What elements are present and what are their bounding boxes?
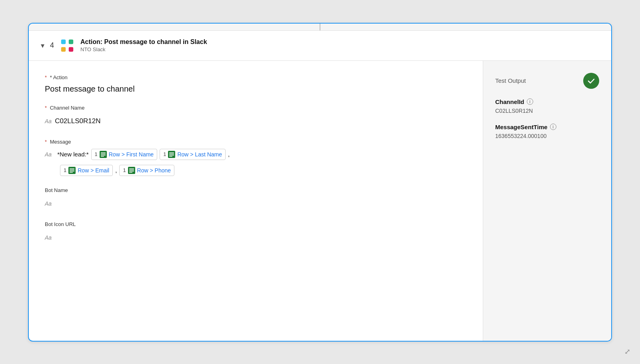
channel-id-value: C02LLS0R12N [495,108,599,114]
sheets-icon-last-name [168,151,175,158]
required-star-action: * [45,74,47,80]
main-card: ▾ 4 Action: Post message to channel in S… [28,23,612,342]
comma-1: , [228,151,230,158]
message-sent-time-name: MessageSentTime i [495,124,599,130]
message-value-row: Aa *New lead:* 1 Row > First Name [45,149,467,160]
channel-aa-prefix: Aa [45,118,52,124]
bot-name-label: Bot Name [45,187,467,193]
channel-name-value: C02LLS0R12N [55,117,100,125]
svg-rect-22 [129,171,134,172]
token-phone-num: 1 [123,167,126,173]
message-aa-prefix: Aa [45,151,52,158]
sheets-icon-phone [128,167,135,174]
step-subtitle: NTO Slack [80,46,207,52]
token-last-name-label: Row > Last Name [177,151,222,158]
step-number: 4 [50,41,54,50]
svg-rect-0 [61,39,66,44]
step-title: Action: Post message to channel in Slack [80,38,207,46]
svg-rect-10 [169,152,174,153]
message-sent-time-info-icon[interactable]: i [550,124,556,130]
right-panel: Test Output ChannelId i C02LLS0R12N Mess… [483,61,611,341]
channel-id-name: ChannelId i [495,98,599,105]
svg-rect-12 [169,155,174,156]
svg-rect-20 [129,168,134,169]
channel-name-label: * Channel Name [45,105,467,111]
svg-rect-18 [70,172,73,173]
action-value: Post message to channel [45,84,467,94]
token-first-name-num: 1 [95,151,98,157]
step-header: ▾ 4 Action: Post message to channel in S… [29,31,611,61]
action-label: * * Action [45,74,467,80]
svg-rect-19 [128,167,135,174]
required-star-channel: * [45,105,47,111]
token-phone[interactable]: 1 Row > Phone [119,165,174,176]
svg-rect-6 [101,154,106,154]
svg-rect-23 [129,172,132,173]
svg-rect-13 [169,156,172,157]
bot-name-row: Aa [45,197,467,210]
bot-icon-aa: Aa [45,234,52,241]
message-text-prefix: *New lead:* [57,151,88,158]
token-email-num: 1 [64,167,66,173]
collapse-chevron[interactable]: ▾ [41,41,44,50]
svg-rect-5 [101,152,106,153]
test-output-title: Test Output [495,77,526,84]
message-sent-time-value: 1636553224.000100 [495,133,599,139]
channel-name-row: Aa C02LLS0R12N [45,115,467,128]
svg-rect-4 [100,151,107,158]
svg-rect-1 [69,39,73,44]
svg-rect-17 [70,171,74,172]
channel-id-info-icon[interactable]: i [527,98,533,105]
connector-line [29,24,611,31]
comma-2: , [115,167,117,174]
bot-name-aa: Aa [45,200,52,207]
svg-rect-3 [69,47,73,51]
svg-rect-9 [168,151,175,158]
sheets-icon-email [68,167,76,174]
svg-rect-2 [61,47,66,51]
required-star-message: * [45,139,47,145]
left-panel: * * Action Post message to channel * Cha… [29,61,483,341]
token-phone-label: Row > Phone [137,167,171,174]
sheets-icon-first-name [100,151,107,158]
token-email-label: Row > Email [78,167,109,174]
bot-icon-label: Bot Icon URL [45,221,467,227]
token-last-name[interactable]: 1 Row > Last Name [160,149,226,160]
slack-logo-icon [60,38,75,53]
svg-rect-7 [101,155,106,156]
success-check-circle [583,73,599,89]
token-email[interactable]: 1 Row > Email [60,165,113,176]
token-last-name-num: 1 [163,151,166,157]
svg-rect-8 [101,156,104,157]
step-body: * * Action Post message to channel * Cha… [29,61,611,341]
svg-rect-15 [70,168,74,169]
bot-icon-row: Aa [45,231,467,244]
message-label: * Message [45,139,467,145]
svg-rect-16 [70,170,74,170]
token-first-name-label: Row > First Name [109,151,154,158]
svg-rect-21 [129,170,134,170]
token-first-name[interactable]: 1 Row > First Name [91,149,158,160]
svg-rect-14 [68,167,76,174]
step-title-block: Action: Post message to channel in Slack… [80,38,207,52]
message-value-row2: 1 Row > Email , 1 [45,165,467,176]
test-output-header: Test Output [495,73,599,89]
svg-rect-11 [169,154,174,154]
